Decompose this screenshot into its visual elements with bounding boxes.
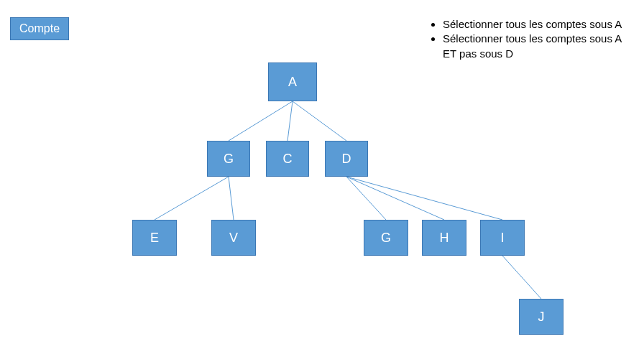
tree-node-H: H: [422, 220, 466, 256]
tree-node-D: D: [325, 141, 368, 177]
tree-node-label: J: [538, 310, 545, 325]
tree-node-label: G: [224, 152, 234, 167]
tree-edge: [346, 177, 444, 220]
bullet-item: Sélectionner tous les comptes sous A: [443, 17, 637, 32]
tree-edge: [155, 177, 229, 220]
bullet-item: Sélectionner tous les comptes sous A ET …: [443, 32, 637, 61]
compte-badge: Compte: [10, 17, 69, 40]
tree-node-A: A: [268, 62, 317, 101]
tree-node-G: G: [207, 141, 250, 177]
tree-node-G2: G: [364, 220, 408, 256]
tree-node-label: D: [342, 152, 351, 167]
tree-node-label: A: [288, 75, 297, 90]
tree-edge: [346, 177, 386, 220]
tree-node-C: C: [266, 141, 309, 177]
tree-edge: [346, 177, 502, 220]
tree-node-label: V: [229, 231, 238, 246]
tree-node-I: I: [480, 220, 525, 256]
tree-edge: [293, 101, 346, 141]
tree-node-label: I: [500, 231, 504, 246]
tree-edge: [229, 101, 293, 141]
tree-node-V: V: [211, 220, 256, 256]
tree-edge: [229, 177, 234, 220]
tree-edge: [288, 101, 293, 141]
tree-node-E: E: [132, 220, 177, 256]
tree-node-J: J: [519, 299, 564, 335]
tree-edge: [502, 256, 541, 299]
tree-node-label: G: [381, 231, 391, 246]
compte-badge-label: Compte: [19, 22, 60, 34]
tree-node-label: H: [440, 231, 449, 246]
tree-node-label: C: [283, 152, 293, 167]
instructions-list: Sélectionner tous les comptes sous A Sél…: [428, 17, 637, 61]
tree-node-label: E: [150, 231, 159, 246]
